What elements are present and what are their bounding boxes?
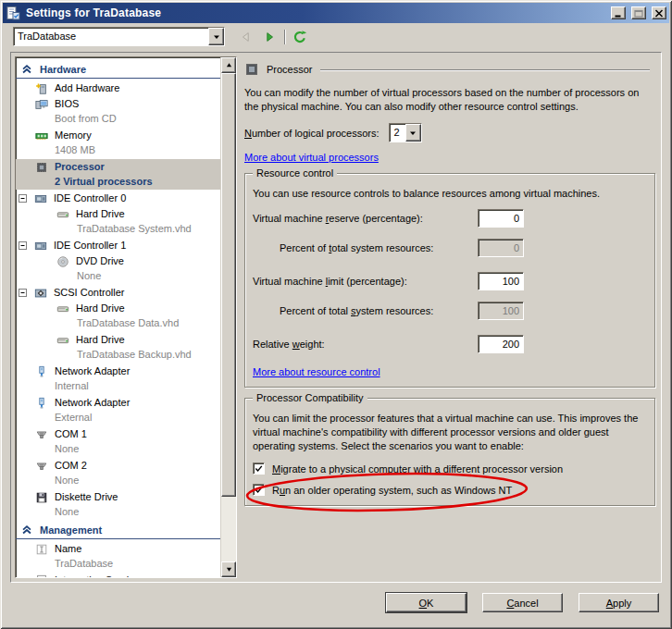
- migrate-checkbox[interactable]: [253, 462, 265, 475]
- refresh-button[interactable]: [292, 29, 308, 45]
- minimize-button[interactable]: [611, 6, 626, 19]
- vm-limit-row: Virtual machine limit (percentage):: [253, 272, 645, 290]
- add-hardware-icon: [35, 82, 48, 95]
- sidebar-item-scsi-controller[interactable]: SCSI Controller: [16, 285, 220, 301]
- name-ibeam-icon: [35, 543, 48, 556]
- run-older-os-checkbox-row: Run an older operating system, such as W…: [253, 484, 645, 496]
- toolbar: TraDatabase: [3, 23, 669, 50]
- sidebar-item-com-2[interactable]: COM 2 None: [16, 458, 220, 488]
- com-port-icon: [35, 428, 48, 441]
- page-header: Processor: [244, 62, 650, 77]
- hard-drive-icon: [56, 208, 69, 221]
- collapse-expander-icon[interactable]: [19, 289, 27, 297]
- sidebar: Hardware Add Hardware BIOS Boot: [15, 56, 237, 578]
- sidebar-item-integration-services[interactable]: Integration Services All services offere…: [16, 573, 220, 577]
- sidebar-item-add-hardware[interactable]: Add Hardware: [16, 80, 220, 96]
- relative-weight-input[interactable]: [478, 335, 524, 353]
- window-title: Settings for TraDatabase: [24, 6, 605, 19]
- apply-button[interactable]: Apply: [579, 593, 659, 612]
- sidebar-item-hard-drive-backup[interactable]: Hard Drive TraDatabase Backup.vhd: [16, 332, 220, 363]
- vm-reserve-row: Virtual machine reserve (percentage):: [253, 209, 645, 228]
- scroll-down-button[interactable]: [221, 561, 236, 577]
- content-frame: Hardware Add Hardware BIOS Boot: [10, 52, 662, 583]
- refresh-icon: [292, 30, 307, 44]
- sidebar-item-ide-controller-0[interactable]: IDE Controller 0: [16, 191, 220, 206]
- checkmark-icon: [254, 463, 264, 474]
- vm-limit-input[interactable]: [478, 272, 524, 290]
- scrollbar-track[interactable]: [221, 73, 236, 561]
- bios-icon: [35, 98, 48, 111]
- percent-total-limit-row: Percent of total system resources:: [253, 302, 645, 320]
- maximize-button[interactable]: [631, 6, 646, 19]
- chevron-double-up-icon[interactable]: [20, 63, 33, 76]
- logical-processors-row: Number of logical processors: 2: [244, 123, 650, 142]
- migrate-checkbox-label[interactable]: Migrate to a physical computer with a di…: [272, 463, 563, 475]
- sidebar-section-management[interactable]: Management: [16, 521, 220, 539]
- sidebar-item-com-1[interactable]: COM 1 None: [16, 426, 220, 457]
- run-older-os-checkbox[interactable]: [253, 484, 265, 496]
- sidebar-item-hard-drive-data[interactable]: Hard Drive TraDatabase Data.vhd: [16, 301, 220, 331]
- dvd-drive-icon: [56, 255, 69, 268]
- sidebar-item-network-adapter-internal[interactable]: Network Adapter Internal: [16, 364, 220, 394]
- sidebar-item-diskette-drive[interactable]: Diskette Drive None: [16, 489, 220, 520]
- sidebar-item-processor[interactable]: Processor 2 Virtual processors: [16, 159, 220, 190]
- ok-button[interactable]: OK: [386, 593, 467, 612]
- sidebar-item-bios[interactable]: BIOS Boot from CD: [16, 96, 220, 127]
- logical-processors-label: Number of logical processors:: [244, 128, 380, 139]
- vm-limit-label: Virtual machine limit (percentage):: [253, 276, 478, 287]
- close-button[interactable]: [652, 6, 666, 19]
- sidebar-section-hardware[interactable]: Hardware: [16, 60, 220, 79]
- main-panel: Processor You can modify the number of v…: [237, 56, 657, 578]
- percent-total-limit-label: Percent of total system resources:: [280, 305, 478, 316]
- sidebar-item-network-adapter-external[interactable]: Network Adapter External: [16, 395, 220, 426]
- com-port-icon: [35, 460, 48, 473]
- scroll-down-icon: [226, 566, 232, 573]
- sidebar-item-dvd-drive[interactable]: DVD Drive None: [16, 253, 220, 284]
- collapse-expander-icon[interactable]: [19, 241, 27, 250]
- ide-controller-icon: [34, 192, 47, 205]
- cancel-button[interactable]: Cancel: [482, 593, 563, 612]
- sidebar-scrollbar[interactable]: [220, 57, 236, 577]
- minimize-icon: [614, 9, 623, 18]
- percent-total-reserve-label: Percent of total system resources:: [280, 242, 478, 253]
- scroll-up-button[interactable]: [221, 57, 236, 73]
- vm-selector-value: TraDatabase: [14, 28, 208, 45]
- scroll-up-icon: [226, 62, 232, 68]
- sidebar-item-hard-drive-system[interactable]: Hard Drive TraDatabase System.vhd: [16, 206, 220, 237]
- page-title: Processor: [267, 64, 313, 75]
- forward-button[interactable]: [261, 29, 278, 45]
- memory-icon: [35, 130, 48, 142]
- titlebar[interactable]: Settings for TraDatabase: [3, 3, 669, 23]
- scrollbar-thumb[interactable]: [221, 73, 236, 497]
- sidebar-item-ide-controller-1[interactable]: IDE Controller 1: [16, 238, 220, 253]
- sidebar-item-name[interactable]: Name TraDatabase: [16, 541, 220, 572]
- settings-document-icon: [6, 6, 20, 20]
- resource-control-intro: You can use resource controls to balance…: [253, 187, 645, 201]
- dropdown-arrow-icon[interactable]: [405, 124, 421, 142]
- sidebar-item-memory[interactable]: Memory 1408 MB: [16, 128, 220, 158]
- collapse-expander-icon[interactable]: [19, 194, 27, 203]
- hard-drive-icon: [56, 334, 69, 347]
- close-icon: [654, 9, 664, 18]
- dropdown-arrow-icon[interactable]: [208, 28, 224, 45]
- chevron-double-up-icon[interactable]: [20, 524, 33, 536]
- processor-icon: [35, 161, 48, 174]
- vm-reserve-input[interactable]: [478, 209, 524, 228]
- run-older-os-checkbox-label[interactable]: Run an older operating system, such as W…: [272, 485, 512, 496]
- logical-processors-select[interactable]: 2: [389, 123, 422, 142]
- percent-total-reserve-row: Percent of total system resources:: [253, 239, 645, 257]
- maximize-icon: [634, 9, 643, 18]
- checkmark-icon: [254, 485, 264, 495]
- migrate-checkbox-row: Migrate to a physical computer with a di…: [253, 462, 645, 475]
- group-title: Processor Compatibility: [253, 391, 367, 404]
- network-adapter-icon: [35, 365, 48, 378]
- scsi-controller-icon: [34, 287, 47, 300]
- logical-processors-value: 2: [390, 124, 405, 142]
- percent-total-reserve-input: [478, 239, 524, 257]
- diskette-icon: [35, 491, 48, 504]
- ide-controller-icon: [34, 240, 47, 253]
- vm-selector[interactable]: TraDatabase: [13, 27, 225, 46]
- more-about-resource-control-link[interactable]: More about resource control: [253, 366, 380, 377]
- compatibility-intro: You can limit the processor features tha…: [253, 412, 645, 453]
- more-about-virtual-processors-link[interactable]: More about virtual processors: [244, 152, 379, 163]
